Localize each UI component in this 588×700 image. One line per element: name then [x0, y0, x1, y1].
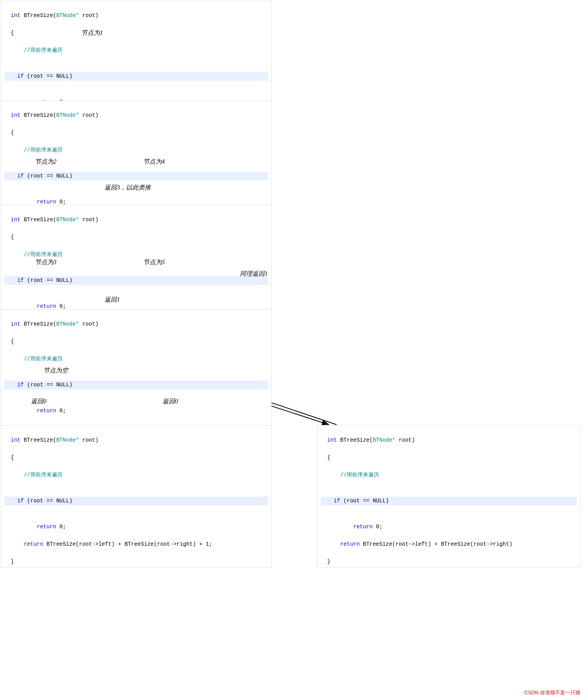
cb5-line2: {	[11, 454, 14, 461]
ann-empty-node: 节点为空	[43, 367, 68, 375]
cb6-line4: if (root == NULL)	[321, 497, 577, 505]
cb4-line1: int BTreeSize(BTNode* root)	[11, 321, 99, 327]
cb1-line4: if (root == NULL)	[4, 72, 268, 80]
cb4-line5: return 0;	[11, 408, 66, 414]
cb5-line6: return BTreeSize(root->left) + BTreeSize…	[11, 541, 212, 547]
cb2-line5: return 0;	[11, 199, 66, 205]
cb3-line2: {	[11, 234, 14, 240]
cb3-line5: return 0;	[11, 303, 66, 309]
cb5-line4: if (root == NULL)	[4, 497, 268, 505]
ann-node1: 节点为1	[81, 29, 103, 37]
cb5-line5: return 0;	[11, 524, 66, 530]
watermark: CSDN @龙猫不是一只猫	[524, 689, 580, 696]
cb6-line5: return 0;	[327, 524, 383, 530]
cb6-line2: {	[327, 454, 330, 461]
cb3-line4: if (root == NULL)	[4, 276, 268, 285]
cb3-line1: int BTreeSize(BTNode* root)	[11, 217, 99, 223]
cb4-line2: {	[11, 338, 14, 345]
ann-return0-right: 返回0	[162, 398, 178, 406]
cb2-line2: {	[11, 130, 14, 136]
cb1-line2: {	[11, 30, 14, 36]
cb5-line3: //用前序来遍历	[11, 472, 63, 478]
ann-node3: 节点为3	[35, 258, 56, 266]
cb6-line1: int BTreeSize(BTNode* root)	[327, 437, 415, 443]
cb6-line3: //用前序来遍历	[327, 472, 379, 478]
code-block-6: int BTreeSize(BTNode* root) { //用前序来遍历 i…	[317, 425, 580, 568]
cb3-line3: //用前序来遍历	[11, 251, 63, 258]
ann-return1: 返回1	[104, 296, 120, 304]
ann-return0-left: 返回0	[31, 398, 46, 406]
cb1-line1: int BTreeSize(BTNode* root)	[11, 12, 99, 19]
ann-node2: 节点为2	[35, 158, 56, 166]
ann-return1-right: 同理返回1	[240, 270, 268, 278]
cb4-line4: if (root == NULL)	[4, 381, 268, 389]
cb1-line3: //用前序来遍历	[11, 47, 63, 53]
ann-node4: 节点为4	[143, 158, 165, 166]
cb2-line4: if (root == NULL)	[4, 172, 268, 180]
cb2-line1: int BTreeSize(BTNode* root)	[11, 112, 99, 118]
cb6-line7: }	[327, 558, 330, 565]
cb2-line3: //用前序来遍历	[11, 147, 63, 153]
code-block-5: int BTreeSize(BTNode* root) { //用前序来遍历 i…	[1, 425, 272, 568]
ann-return3: 返回3，以此类推	[104, 184, 151, 192]
cb5-line1: int BTreeSize(BTNode* root)	[11, 437, 99, 443]
cb5-line7: }	[11, 558, 14, 565]
cb4-line3: //用前序来遍历	[11, 356, 63, 362]
cb6-line6: return BTreeSize(root->left) + BTreeSize…	[327, 541, 513, 547]
ann-node5: 节点为5	[143, 258, 165, 266]
